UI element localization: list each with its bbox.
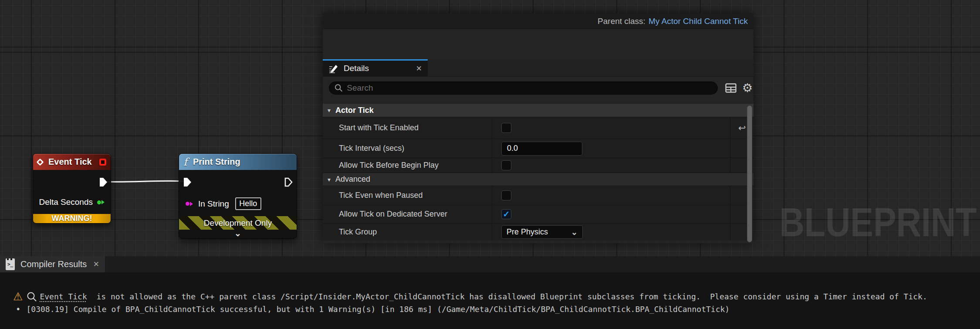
section-title: Advanced — [335, 175, 370, 184]
details-tab-label: Details — [344, 64, 369, 73]
gear-icon[interactable]: ⚙ — [742, 82, 753, 94]
details-tab-row: Details ✕ — [323, 59, 754, 77]
search-box[interactable] — [329, 81, 718, 95]
bullet-icon: • — [16, 304, 20, 314]
blueprint-watermark: BLUEPRINT — [779, 200, 977, 245]
blueprint-graph-canvas[interactable]: BLUEPRINT Event Tick Delta Seconds WARNI… — [0, 0, 980, 256]
allow-tick-on-dedicated-server-checkbox[interactable]: ✓ — [501, 209, 511, 219]
warning-message-text: is not allowed as the C++ parent class /… — [87, 292, 927, 301]
section-title: Actor Tick — [335, 106, 374, 115]
print-string-node-header[interactable]: f Print String — [179, 154, 297, 170]
rows-spacer — [323, 99, 754, 104]
property-label: Tick Interval (secs) — [323, 139, 492, 158]
event-red-box-icon — [99, 159, 106, 166]
details-toolbar-space — [323, 29, 754, 59]
event-tick-link[interactable]: Event Tick — [40, 292, 87, 301]
display-filter-grid-icon[interactable] — [725, 83, 737, 93]
property-label: Allow Tick on Dedicated Server — [323, 205, 492, 223]
details-search-row: ⚙ — [323, 77, 754, 99]
parent-class-link[interactable]: My Actor Child Cannot Tick — [649, 17, 748, 26]
event-tick-node-header[interactable]: Event Tick — [33, 154, 111, 170]
compiler-tab-close-icon[interactable]: ✕ — [93, 260, 99, 269]
delta-seconds-pin-row: Delta Seconds — [39, 197, 105, 207]
compiler-log-message: • [0308.19] Compile of BPA_ChildCannotTi… — [16, 304, 730, 314]
property-label: Tick Group — [323, 224, 492, 241]
find-in-graph-icon[interactable] — [27, 292, 37, 302]
function-icon: f — [183, 157, 187, 167]
collapse-triangle-icon[interactable]: ▾ — [328, 176, 331, 183]
warning-triangle-icon: ⚠ — [13, 291, 23, 302]
search-icon — [335, 84, 343, 92]
start-with-tick-enabled-checkbox[interactable] — [501, 123, 511, 133]
event-tick-node[interactable]: Event Tick Delta Seconds WARNING! — [33, 153, 111, 224]
property-label: Start with Tick Enabled — [323, 117, 492, 139]
section-header-advanced[interactable]: ▾ Advanced — [323, 173, 754, 186]
allow-tick-before-begin-play-checkbox[interactable] — [501, 160, 511, 170]
compiler-log-icon: >_ — [6, 258, 15, 270]
event-diamond-icon — [37, 158, 44, 166]
details-panel: Parent class: My Actor Child Cannot Tick… — [323, 13, 754, 243]
details-properties-area: ▾ Actor Tick Start with Tick Enabled ↩ T… — [323, 104, 754, 241]
details-scrollbar[interactable] — [747, 105, 752, 242]
in-string-label: In String — [198, 199, 229, 209]
property-label: Tick Even when Paused — [323, 186, 492, 205]
delta-seconds-label: Delta Seconds — [39, 197, 93, 207]
property-label: Allow Tick Before Begin Play — [323, 158, 492, 173]
print-string-node-title: Print String — [193, 157, 240, 167]
chevron-down-icon: ⌄ — [571, 231, 578, 234]
parent-class-bar: Parent class: My Actor Child Cannot Tick — [323, 13, 754, 29]
details-tab-close-icon[interactable]: ✕ — [416, 64, 422, 73]
event-tick-node-title: Event Tick — [48, 157, 92, 167]
parent-class-label: Parent class: — [598, 17, 645, 26]
print-string-node[interactable]: f Print String In String Hello Developme… — [179, 153, 297, 239]
node-expand-chevron-icon[interactable]: ⌄ — [179, 229, 297, 238]
tab-details[interactable]: Details ✕ — [323, 59, 428, 76]
reset-to-default-icon[interactable]: ↩ — [738, 123, 746, 133]
in-string-pin-row: In String Hello — [186, 197, 261, 210]
property-row-allow-tick-on-dedicated-server: Allow Tick on Dedicated Server ✓ — [323, 205, 754, 223]
in-string-string-pin-icon[interactable] — [186, 202, 189, 206]
delta-seconds-pin-arrow — [101, 200, 105, 204]
tick-interval-input[interactable] — [501, 142, 582, 156]
property-row-tick-even-when-paused: Tick Even when Paused — [323, 186, 754, 205]
compiler-tabstrip: >_ Compiler Results ✕ — [0, 256, 980, 272]
compiler-tab-label: Compiler Results — [20, 259, 87, 269]
property-row-tick-group: Tick Group Pre Physics ⌄ — [323, 223, 754, 241]
compiler-warning-message: ⚠ Event Tick is not allowed as the C++ p… — [13, 291, 927, 302]
collapse-triangle-icon[interactable]: ▾ — [328, 107, 331, 114]
tick-even-when-paused-checkbox[interactable] — [501, 190, 511, 200]
search-input[interactable] — [347, 83, 712, 93]
print-string-exec-output-pin[interactable] — [284, 177, 293, 187]
delta-seconds-float-pin-icon[interactable] — [97, 200, 101, 204]
in-string-pin-arrow — [190, 202, 193, 206]
compiler-results-panel: >_ Compiler Results ✕ ⚠ Event Tick is no… — [0, 256, 980, 329]
property-row-allow-tick-before-begin-play: Allow Tick Before Begin Play — [323, 158, 754, 173]
property-row-start-with-tick-enabled: Start with Tick Enabled ↩ — [323, 117, 754, 139]
tick-group-selected-value: Pre Physics — [507, 227, 548, 237]
in-string-value-field[interactable]: Hello — [235, 197, 261, 210]
log-message-text: [0308.19] Compile of BPA_ChildCannotTick… — [26, 305, 730, 314]
check-icon: ✓ — [503, 209, 510, 219]
details-pencil-icon — [328, 64, 338, 74]
development-only-banner: Development Only — [179, 216, 297, 230]
tab-compiler-results[interactable]: >_ Compiler Results ✕ — [0, 256, 105, 272]
property-row-tick-interval: Tick Interval (secs) — [323, 139, 754, 158]
event-tick-exec-output-pin[interactable] — [99, 177, 108, 187]
node-warning-banner: WARNING! — [33, 214, 111, 223]
section-header-actor-tick[interactable]: ▾ Actor Tick — [323, 104, 754, 117]
print-string-exec-input-pin[interactable] — [183, 177, 192, 187]
tick-group-dropdown[interactable]: Pre Physics ⌄ — [501, 225, 583, 239]
